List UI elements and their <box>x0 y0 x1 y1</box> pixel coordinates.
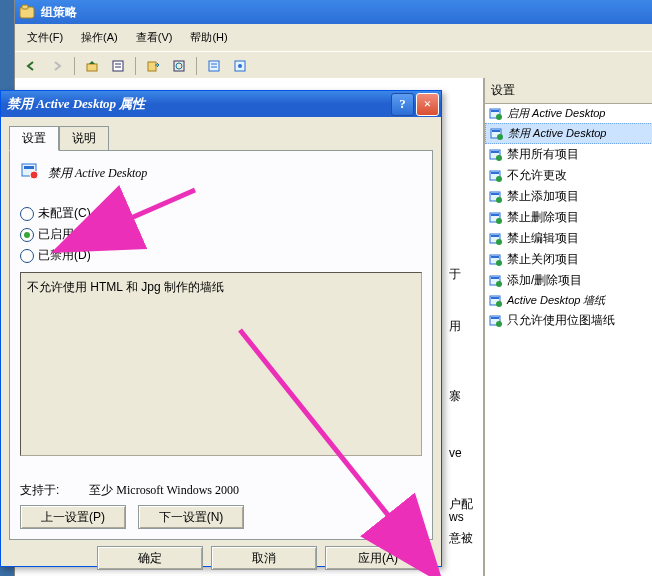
back-button[interactable] <box>19 54 43 78</box>
supported-row: 支持于: 至少 Microsoft Windows 2000 <box>20 482 239 499</box>
svg-point-31 <box>496 218 502 224</box>
svg-point-43 <box>496 301 502 307</box>
frag-text: 意被 <box>449 530 473 547</box>
svg-point-8 <box>176 63 182 69</box>
menubar: 文件(F) 操作(A) 查看(V) 帮助(H) <box>15 24 652 51</box>
tab-body: 禁用 Active Desktop 未配置(C) 已启用(E) 已禁用(D) 不… <box>9 150 433 540</box>
tree-item[interactable]: 只允许使用位图墙纸 <box>485 310 652 331</box>
ok-button[interactable]: 确定 <box>97 546 203 570</box>
radio-disabled[interactable]: 已禁用(D) <box>20 247 422 264</box>
menu-help[interactable]: 帮助(H) <box>182 28 235 47</box>
dialog-titlebar[interactable]: 禁用 Active Desktop 属性 ? × <box>1 91 441 117</box>
cancel-button[interactable]: 取消 <box>211 546 317 570</box>
svg-point-34 <box>496 239 502 245</box>
description-text: 不允许使用 HTML 和 Jpg 制作的墙纸 <box>27 280 224 294</box>
toolbar <box>15 51 652 81</box>
svg-point-40 <box>496 281 502 287</box>
tab-strip: 设置 说明 <box>1 117 441 150</box>
menu-action[interactable]: 操作(A) <box>73 28 126 47</box>
svg-rect-39 <box>491 277 499 279</box>
toolbar-separator <box>196 57 197 75</box>
next-setting-button[interactable]: 下一设置(N) <box>138 505 244 529</box>
tab-explain[interactable]: 说明 <box>59 126 109 151</box>
policy-name: 禁用 Active Desktop <box>48 165 147 182</box>
mmc-titlebar[interactable]: 组策略 <box>15 0 652 24</box>
tree-item-label: Active Desktop 墙纸 <box>507 293 605 308</box>
radio-label: 已禁用(D) <box>38 247 91 264</box>
svg-rect-45 <box>491 317 499 319</box>
up-button[interactable] <box>80 54 104 78</box>
policy-item-icon <box>489 190 503 204</box>
dialog-title: 禁用 Active Desktop 属性 <box>7 95 145 113</box>
svg-rect-48 <box>24 166 34 169</box>
prev-setting-button[interactable]: 上一设置(P) <box>20 505 126 529</box>
policy-title-row: 禁用 Active Desktop <box>20 161 422 185</box>
close-button[interactable]: × <box>416 93 439 116</box>
svg-rect-1 <box>22 5 28 9</box>
frag-text: ws <box>449 510 464 524</box>
tree-list: 启用 Active Desktop禁用 Active Desktop禁用所有项目… <box>485 104 652 331</box>
tree-item[interactable]: Active Desktop 墙纸 <box>485 291 652 310</box>
tree-item[interactable]: 添加/删除项目 <box>485 270 652 291</box>
svg-point-16 <box>496 114 502 120</box>
export-icon[interactable] <box>141 54 165 78</box>
right-panel-header: 设置 <box>485 78 652 104</box>
forward-button[interactable] <box>45 54 69 78</box>
tree-item-label: 禁用 Active Desktop <box>508 126 606 141</box>
filter-icon[interactable] <box>228 54 252 78</box>
radio-enabled[interactable]: 已启用(E) <box>20 226 422 243</box>
svg-point-28 <box>496 197 502 203</box>
tree-item-label: 添加/删除项目 <box>507 272 582 289</box>
apply-button[interactable]: 应用(A) <box>325 546 431 570</box>
tree-item[interactable]: 禁止添加项目 <box>485 186 652 207</box>
svg-point-46 <box>496 321 502 327</box>
help-button[interactable]: ? <box>391 93 414 116</box>
svg-rect-18 <box>492 130 500 132</box>
tree-item[interactable]: 禁用所有项目 <box>485 144 652 165</box>
policy-item-icon <box>489 294 503 308</box>
supported-value: 至少 Microsoft Windows 2000 <box>89 482 239 499</box>
tree-item[interactable]: 启用 Active Desktop <box>485 104 652 123</box>
policy-icon <box>20 161 40 185</box>
tree-item-label: 禁止删除项目 <box>507 209 579 226</box>
radio-not-configured[interactable]: 未配置(C) <box>20 205 422 222</box>
svg-rect-30 <box>491 214 499 216</box>
svg-point-13 <box>238 64 242 68</box>
svg-point-25 <box>496 176 502 182</box>
tree-item-label: 禁止添加项目 <box>507 188 579 205</box>
tree-item[interactable]: 不允许更改 <box>485 165 652 186</box>
policy-item-icon <box>489 314 503 328</box>
policy-item-icon <box>489 107 503 121</box>
menu-file[interactable]: 文件(F) <box>19 28 71 47</box>
description-box: 不允许使用 HTML 和 Jpg 制作的墙纸 <box>20 272 422 456</box>
svg-rect-2 <box>87 64 97 71</box>
svg-rect-15 <box>491 110 499 112</box>
svg-rect-27 <box>491 193 499 195</box>
properties-dialog: 禁用 Active Desktop 属性 ? × 设置 说明 禁用 Active… <box>0 90 442 567</box>
radio-label: 未配置(C) <box>38 205 91 222</box>
radio-icon <box>20 228 34 242</box>
tree-item[interactable]: 禁止删除项目 <box>485 207 652 228</box>
svg-point-37 <box>496 260 502 266</box>
frag-text: 于 <box>449 266 461 283</box>
refresh-icon[interactable] <box>167 54 191 78</box>
tree-item[interactable]: 禁止编辑项目 <box>485 228 652 249</box>
radio-icon <box>20 249 34 263</box>
svg-rect-6 <box>148 62 156 71</box>
toolbar-separator <box>135 57 136 75</box>
tree-item-label: 只允许使用位图墙纸 <box>507 312 615 329</box>
list-icon[interactable] <box>202 54 226 78</box>
tree-item[interactable]: 禁止关闭项目 <box>485 249 652 270</box>
svg-rect-24 <box>491 172 499 174</box>
menu-view[interactable]: 查看(V) <box>128 28 181 47</box>
tree-item-label: 不允许更改 <box>507 167 567 184</box>
svg-point-49 <box>30 171 38 179</box>
radio-icon <box>20 207 34 221</box>
properties-icon[interactable] <box>106 54 130 78</box>
mmc-title: 组策略 <box>41 4 77 21</box>
right-panel: 设置 启用 Active Desktop禁用 Active Desktop禁用所… <box>483 78 652 576</box>
tree-item[interactable]: 禁用 Active Desktop <box>485 123 652 144</box>
frag-text: 用 <box>449 318 461 335</box>
tree-item-label: 启用 Active Desktop <box>507 106 605 121</box>
tab-settings[interactable]: 设置 <box>9 126 59 151</box>
